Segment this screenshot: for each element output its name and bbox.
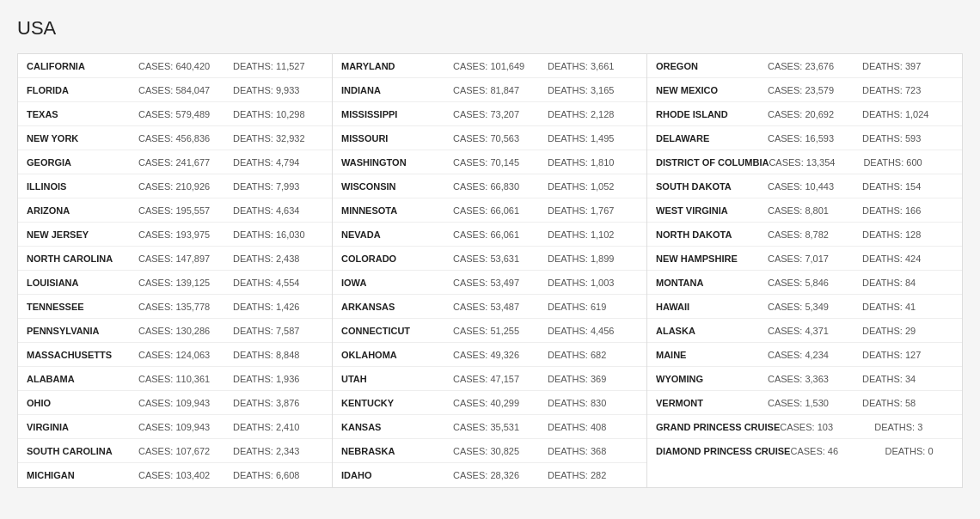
table-row: ILLINOISCASES: 210,926DEATHS: 7,993 bbox=[18, 174, 332, 198]
deaths-value: DEATHS: 3,876 bbox=[233, 398, 299, 408]
state-name: ALASKA bbox=[656, 326, 768, 336]
table-row: MICHIGANCASES: 103,402DEATHS: 6,608 bbox=[18, 463, 332, 487]
state-name: LOUISIANA bbox=[27, 278, 138, 288]
deaths-value: DEATHS: 34 bbox=[862, 374, 916, 384]
cases-value: CASES: 147,897 bbox=[138, 253, 233, 264]
cases-value: CASES: 456,836 bbox=[138, 133, 233, 143]
cases-value: CASES: 640,420 bbox=[138, 61, 233, 71]
table-row: INDIANACASES: 81,847DEATHS: 3,165 bbox=[333, 78, 646, 102]
table-row: DIAMOND PRINCESS CRUISECASES: 46DEATHS: … bbox=[647, 439, 962, 463]
cases-value: CASES: 53,631 bbox=[453, 253, 548, 264]
state-name: GEORGIA bbox=[27, 157, 138, 168]
table-row: KANSASCASES: 35,531DEATHS: 408 bbox=[333, 415, 646, 439]
deaths-value: DEATHS: 600 bbox=[863, 157, 922, 168]
cases-value: CASES: 20,692 bbox=[768, 109, 862, 119]
cases-value: CASES: 8,782 bbox=[768, 229, 862, 240]
table-row: GEORGIACASES: 241,677DEATHS: 4,794 bbox=[18, 150, 332, 174]
deaths-value: DEATHS: 4,554 bbox=[233, 278, 299, 288]
deaths-value: DEATHS: 830 bbox=[548, 398, 606, 408]
state-name: WYOMING bbox=[656, 374, 768, 384]
state-name: KENTUCKY bbox=[341, 398, 453, 408]
deaths-value: DEATHS: 128 bbox=[862, 229, 921, 240]
state-name: NEW HAMPSHIRE bbox=[656, 253, 768, 264]
table-row: ARIZONACASES: 195,557DEATHS: 4,634 bbox=[18, 198, 332, 223]
cases-value: CASES: 195,557 bbox=[138, 205, 233, 216]
table-row: CALIFORNIACASES: 640,420DEATHS: 11,527 bbox=[18, 54, 332, 78]
table-row: MARYLANDCASES: 101,649DEATHS: 3,661 bbox=[333, 54, 646, 78]
deaths-value: DEATHS: 10,298 bbox=[233, 109, 305, 119]
cases-value: CASES: 124,063 bbox=[138, 350, 233, 360]
state-name: WISCONSIN bbox=[341, 181, 453, 192]
deaths-value: DEATHS: 1,426 bbox=[233, 302, 299, 312]
table-row: UTAHCASES: 47,157DEATHS: 369 bbox=[333, 367, 646, 391]
deaths-value: DEATHS: 16,030 bbox=[233, 229, 305, 240]
cases-value: CASES: 4,234 bbox=[768, 350, 862, 360]
state-name: WASHINGTON bbox=[341, 157, 453, 168]
table-row: MISSOURICASES: 70,563DEATHS: 1,495 bbox=[333, 126, 646, 150]
table-row: MINNESOTACASES: 66,061DEATHS: 1,767 bbox=[333, 198, 646, 223]
deaths-value: DEATHS: 682 bbox=[548, 350, 606, 360]
state-name: IOWA bbox=[341, 278, 453, 288]
state-name: KANSAS bbox=[341, 422, 453, 432]
cases-value: CASES: 109,943 bbox=[138, 422, 233, 432]
state-name: FLORIDA bbox=[27, 85, 138, 95]
state-name: COLORADO bbox=[341, 253, 453, 264]
table-row: KENTUCKYCASES: 40,299DEATHS: 830 bbox=[333, 391, 646, 415]
table-row: WASHINGTONCASES: 70,145DEATHS: 1,810 bbox=[333, 150, 646, 174]
table-row: CONNECTICUTCASES: 51,255DEATHS: 4,456 bbox=[333, 319, 646, 343]
deaths-value: DEATHS: 1,003 bbox=[548, 278, 614, 288]
deaths-value: DEATHS: 8,848 bbox=[233, 350, 299, 360]
deaths-value: DEATHS: 7,587 bbox=[233, 326, 299, 336]
state-name: PENNSYLVANIA bbox=[27, 326, 138, 336]
table-row: TEXASCASES: 579,489DEATHS: 10,298 bbox=[18, 102, 332, 126]
deaths-value: DEATHS: 4,634 bbox=[233, 205, 299, 216]
state-name: NEW YORK bbox=[27, 133, 138, 143]
deaths-value: DEATHS: 1,024 bbox=[862, 109, 928, 119]
state-name: MASSACHUSETTS bbox=[27, 350, 138, 360]
cases-value: CASES: 210,926 bbox=[138, 181, 233, 192]
table-row: OHIOCASES: 109,943DEATHS: 3,876 bbox=[18, 391, 332, 415]
cases-value: CASES: 53,487 bbox=[453, 302, 548, 312]
deaths-value: DEATHS: 2,343 bbox=[233, 446, 299, 456]
state-name: VERMONT bbox=[656, 398, 768, 408]
deaths-value: DEATHS: 282 bbox=[548, 470, 606, 480]
state-name: UTAH bbox=[341, 374, 453, 384]
data-grid: CALIFORNIACASES: 640,420DEATHS: 11,527FL… bbox=[17, 53, 963, 488]
cases-value: CASES: 107,672 bbox=[138, 446, 233, 456]
cases-value: CASES: 135,778 bbox=[138, 302, 233, 312]
table-row: SOUTH DAKOTACASES: 10,443DEATHS: 154 bbox=[647, 174, 962, 198]
table-row: SOUTH CAROLINACASES: 107,672DEATHS: 2,34… bbox=[18, 439, 332, 463]
deaths-value: DEATHS: 154 bbox=[862, 181, 921, 192]
cases-value: CASES: 579,489 bbox=[138, 109, 233, 119]
cases-value: CASES: 5,846 bbox=[768, 278, 862, 288]
table-row: DISTRICT OF COLUMBIACASES: 13,354DEATHS:… bbox=[647, 150, 962, 174]
state-name: TEXAS bbox=[27, 109, 138, 119]
deaths-value: DEATHS: 368 bbox=[548, 446, 606, 456]
cases-value: CASES: 109,943 bbox=[138, 398, 233, 408]
cases-value: CASES: 241,677 bbox=[138, 157, 233, 168]
state-name: SOUTH CAROLINA bbox=[27, 446, 138, 456]
deaths-value: DEATHS: 723 bbox=[862, 85, 921, 95]
state-name: DISTRICT OF COLUMBIA bbox=[656, 157, 769, 168]
deaths-value: DEATHS: 3 bbox=[874, 422, 922, 432]
state-name: IDAHO bbox=[341, 470, 453, 480]
table-row: IDAHOCASES: 28,326DEATHS: 282 bbox=[333, 463, 646, 487]
table-row: NEW MEXICOCASES: 23,579DEATHS: 723 bbox=[647, 78, 962, 102]
state-name: MARYLAND bbox=[341, 61, 453, 71]
deaths-value: DEATHS: 1,495 bbox=[548, 133, 614, 143]
state-name: GRAND PRINCESS CRUISE bbox=[656, 422, 780, 432]
table-row: FLORIDACASES: 584,047DEATHS: 9,933 bbox=[18, 78, 332, 102]
table-row: NEVADACASES: 66,061DEATHS: 1,102 bbox=[333, 223, 646, 247]
state-name: OREGON bbox=[656, 61, 768, 71]
deaths-value: DEATHS: 2,128 bbox=[548, 109, 614, 119]
cases-value: CASES: 47,157 bbox=[453, 374, 548, 384]
cases-value: CASES: 5,349 bbox=[768, 302, 862, 312]
state-name: MAINE bbox=[656, 350, 768, 360]
state-name: OKLAHOMA bbox=[341, 350, 453, 360]
table-row: WISCONSINCASES: 66,830DEATHS: 1,052 bbox=[333, 174, 646, 198]
table-row: NORTH DAKOTACASES: 8,782DEATHS: 128 bbox=[647, 223, 962, 247]
cases-value: CASES: 110,361 bbox=[138, 374, 233, 384]
cases-value: CASES: 70,563 bbox=[453, 133, 548, 143]
table-row: NEBRASKACASES: 30,825DEATHS: 368 bbox=[333, 439, 646, 463]
cases-value: CASES: 51,255 bbox=[453, 326, 548, 336]
